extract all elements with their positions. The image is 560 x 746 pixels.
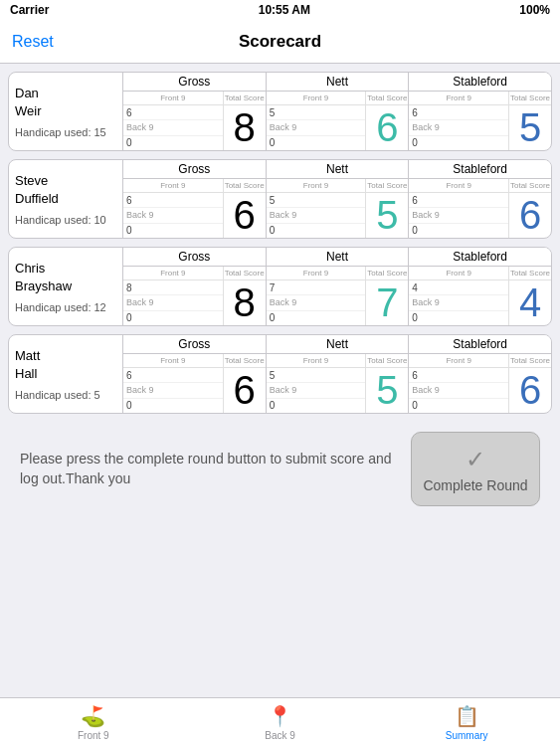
front-label: Front 9 (267, 267, 366, 280)
section-stableford: Stableford Front 9 6 Back 9 0 (408, 335, 551, 413)
tab-summary[interactable]: 📋 Summary (373, 698, 560, 746)
reset-button[interactable]: Reset (12, 33, 54, 51)
section-body-stableford: Front 9 6 Back 9 0 Total Score (409, 179, 551, 238)
front-label: Front 9 (409, 179, 508, 193)
score-sections: Gross Front 9 6 Back 9 0 (123, 160, 551, 238)
back-label-row: Back 9 (409, 119, 508, 134)
back-val-row: 0 (267, 135, 366, 150)
total-col: Total Score 8 (224, 267, 266, 325)
total-label: Total Score (509, 354, 551, 368)
total-val: 8 (234, 105, 256, 150)
section-body-stableford: Front 9 6 Back 9 0 Total Score (409, 354, 551, 413)
total-label: Total Score (224, 267, 266, 280)
section-body-nett: Front 9 5 Back 9 0 Total Score (267, 179, 409, 238)
section-body-nett: Front 9 5 Back 9 0 Total Score (267, 354, 409, 413)
back-val: 0 (412, 137, 418, 148)
section-stableford: Stableford Front 9 6 Back 9 0 (408, 160, 551, 238)
front-rows: 4 Back 9 0 (409, 280, 508, 325)
total-col: Total Score 4 (509, 267, 551, 325)
total-label: Total Score (366, 92, 408, 105)
total-label: Total Score (366, 267, 408, 280)
back-label-row: Back 9 (409, 294, 508, 309)
front-val: 6 (412, 370, 418, 381)
section-title-stableford: Stableford (409, 335, 551, 354)
back-val-row: 0 (123, 398, 223, 413)
back-label: Back 9 (270, 210, 297, 220)
back-val-row: 0 (409, 223, 508, 238)
total-col: Total Score 6 (509, 179, 551, 238)
front-val-row: 6 (409, 105, 508, 119)
player-info: MattHall Handicap used: 5 (9, 335, 123, 413)
player-handicap: Handicap used: 15 (15, 126, 116, 138)
section-title-nett: Nett (267, 160, 409, 179)
front-val-row: 5 (267, 193, 366, 207)
score-sections: Gross Front 9 6 Back 9 0 (123, 335, 551, 413)
total-col: Total Score 6 (224, 354, 266, 413)
front-rows: 6 Back 9 0 (409, 193, 508, 238)
tab-icon-0: ⛳ (81, 704, 105, 728)
player-name: DanWeir (15, 85, 116, 120)
total-col: Total Score 5 (509, 92, 551, 150)
front-col: Front 9 8 Back 9 0 (123, 267, 224, 325)
back-label-row: Back 9 (267, 382, 366, 397)
section-title-stableford: Stableford (409, 248, 551, 267)
total-val: 7 (376, 280, 398, 325)
section-nett: Nett Front 9 5 Back 9 0 (266, 160, 409, 238)
back-label: Back 9 (270, 122, 297, 132)
carrier-label: Carrier (10, 3, 49, 17)
front-label: Front 9 (267, 179, 366, 193)
front-rows: 6 Back 9 0 (123, 368, 223, 413)
player-card: ChrisBrayshaw Handicap used: 12 Gross Fr… (8, 247, 552, 326)
front-val-row: 5 (267, 368, 366, 382)
back-label-row: Back 9 (267, 119, 366, 134)
content-scroll[interactable]: DanWeir Handicap used: 15 Gross Front 9 … (0, 64, 560, 697)
total-col: Total Score 7 (366, 267, 408, 325)
back-label: Back 9 (412, 122, 440, 132)
total-val: 5 (376, 193, 398, 238)
back-val-row: 0 (409, 135, 508, 150)
front-rows: 5 Back 9 0 (267, 368, 366, 413)
player-name: MattHall (15, 347, 116, 383)
back-label: Back 9 (412, 385, 440, 395)
front-label: Front 9 (123, 179, 223, 193)
total-label: Total Score (509, 267, 551, 280)
back-val: 0 (412, 312, 418, 323)
total-col: Total Score 6 (224, 179, 266, 238)
player-handicap: Handicap used: 12 (15, 301, 116, 313)
front-rows: 7 Back 9 0 (267, 280, 366, 325)
section-nett: Nett Front 9 7 Back 9 0 (266, 248, 409, 325)
front-col: Front 9 6 Back 9 0 (409, 92, 509, 150)
checkmark-icon: ✓ (466, 446, 485, 473)
front-val: 8 (126, 282, 132, 293)
tab-front-9[interactable]: ⛳ Front 9 (0, 698, 187, 746)
total-label: Total Score (509, 92, 551, 105)
player-card: DanWeir Handicap used: 15 Gross Front 9 … (8, 72, 552, 151)
tab-back-9[interactable]: 📍 Back 9 (187, 698, 374, 746)
back-val-row: 0 (123, 310, 223, 325)
back-val-row: 0 (267, 223, 366, 238)
front-val-row: 7 (267, 280, 366, 294)
section-stableford: Stableford Front 9 6 Back 9 0 (408, 73, 551, 150)
section-title-stableford: Stableford (409, 73, 551, 92)
player-info: ChrisBrayshaw Handicap used: 12 (9, 248, 123, 325)
total-val: 6 (376, 105, 398, 150)
complete-round-button[interactable]: ✓ Complete Round (411, 432, 540, 506)
back-label-row: Back 9 (123, 207, 223, 222)
front-val-row: 6 (123, 193, 223, 207)
front-col: Front 9 5 Back 9 0 (267, 92, 367, 150)
back-val: 0 (412, 225, 418, 236)
score-sections: Gross Front 9 8 Back 9 0 (123, 248, 551, 325)
player-handicap: Handicap used: 10 (15, 214, 116, 226)
front-col: Front 9 5 Back 9 0 (267, 354, 367, 413)
front-label: Front 9 (267, 92, 366, 105)
back-val-row: 0 (267, 310, 366, 325)
front-val: 6 (126, 195, 132, 206)
back-label: Back 9 (270, 297, 297, 307)
front-rows: 6 Back 9 0 (409, 368, 508, 413)
back-val-row: 0 (409, 398, 508, 413)
back-label: Back 9 (412, 210, 440, 220)
section-title-gross: Gross (123, 160, 266, 179)
front-rows: 6 Back 9 0 (123, 105, 223, 150)
section-title-nett: Nett (267, 248, 409, 267)
total-val: 6 (519, 193, 541, 238)
